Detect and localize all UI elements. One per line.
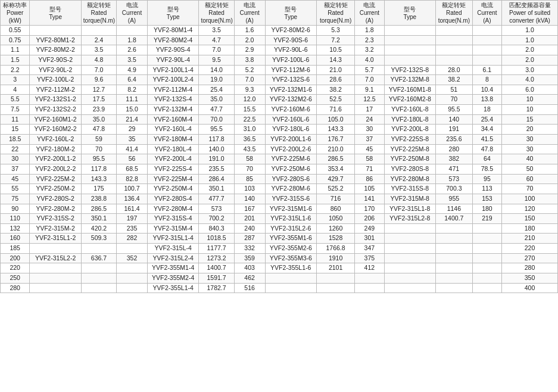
table-cell: 1050 bbox=[316, 214, 354, 224]
table-cell: 4.0 bbox=[502, 75, 558, 85]
table-cell: 286.5 bbox=[316, 154, 354, 164]
col-current4: 电流Current(A) bbox=[472, 1, 501, 26]
table-cell: YVF2-112M-2 bbox=[30, 85, 81, 95]
table-cell: YVF2-355M2-6 bbox=[265, 244, 316, 254]
table-cell: 36.5 bbox=[234, 135, 265, 145]
table-cell: 28.6 bbox=[316, 75, 354, 85]
table-cell bbox=[435, 283, 472, 293]
table-cell: YVF2-180M-4 bbox=[147, 135, 198, 145]
table-cell: YVF2-160L-6 bbox=[265, 114, 316, 125]
table-cell: 1260 bbox=[316, 223, 354, 234]
table-cell: 1528 bbox=[316, 234, 354, 244]
table-cell: YVF2-160M2-2 bbox=[30, 125, 81, 135]
table-cell: 10 bbox=[502, 105, 558, 115]
table-cell: 840.3 bbox=[199, 223, 234, 234]
table-cell: YVF2-355L1-6 bbox=[265, 263, 316, 273]
table-cell: YVF2-80M1-4 bbox=[147, 26, 198, 36]
table-row: 3YVF2-100L-29.66.4YVF2-100L2-419.07.0YVF… bbox=[1, 75, 558, 85]
table-cell bbox=[435, 273, 472, 284]
table-cell: 4.9 bbox=[117, 65, 148, 75]
table-cell: YVF2-80M1-2 bbox=[30, 35, 81, 45]
table-cell: 153 bbox=[472, 194, 501, 204]
table-cell: YVF2-280M-8 bbox=[384, 174, 435, 184]
table-cell: YVF2-132S1-2 bbox=[30, 95, 81, 105]
table-cell bbox=[117, 263, 148, 273]
table-cell bbox=[472, 283, 501, 293]
table-cell: 2.3 bbox=[355, 35, 384, 45]
table-cell: 280 bbox=[435, 144, 472, 154]
table-cell: YVF2-280S-8 bbox=[384, 164, 435, 174]
table-cell: 197 bbox=[117, 214, 148, 224]
table-cell bbox=[81, 263, 116, 273]
table-cell: 240 bbox=[234, 223, 265, 234]
table-cell: 30 bbox=[502, 135, 558, 145]
table-cell: 58 bbox=[234, 154, 265, 164]
table-row: 250YVF2-355M2-41591.7462350 bbox=[1, 273, 558, 284]
table-cell: 3.0 bbox=[502, 65, 558, 75]
table-cell bbox=[265, 273, 316, 284]
table-cell: YVF2-200L-4 bbox=[147, 154, 198, 164]
table-cell: 282 bbox=[117, 234, 148, 244]
table-cell: 47.8 bbox=[81, 125, 116, 135]
table-cell: 6.0 bbox=[502, 85, 558, 95]
table-cell bbox=[30, 26, 81, 36]
table-cell: 70 bbox=[81, 144, 116, 154]
table-cell: 143.3 bbox=[316, 125, 354, 135]
table-cell: YVF2-315L1-8 bbox=[384, 204, 435, 214]
table-cell: 90 bbox=[1, 204, 30, 214]
table-row: 280YVF2-355L1-41782.7516400 bbox=[1, 283, 558, 293]
table-cell: 332 bbox=[234, 244, 265, 254]
table-cell: YVF2-200L2-2 bbox=[30, 164, 81, 174]
table-row: 75YVF2-280S-2238.8136.4YVF2-280S-4477.71… bbox=[1, 194, 558, 204]
table-cell: 40 bbox=[502, 154, 558, 164]
table-cell: YVF2-355M3-6 bbox=[265, 253, 316, 263]
table-cell: 235 bbox=[117, 223, 148, 234]
table-cell: 0.75 bbox=[1, 35, 30, 45]
table-cell bbox=[472, 273, 501, 284]
table-cell: 18 bbox=[472, 105, 501, 115]
table-cell bbox=[435, 55, 472, 65]
table-cell bbox=[117, 26, 148, 36]
table-cell: 412 bbox=[355, 263, 384, 273]
table-cell bbox=[384, 244, 435, 254]
table-cell: 170 bbox=[355, 204, 384, 214]
table-cell: 21.4 bbox=[117, 114, 148, 125]
table-cell: YVF2-250M-2 bbox=[30, 184, 81, 194]
table-cell: YVF2-132S-8 bbox=[384, 65, 435, 75]
table-cell: 6.4 bbox=[117, 75, 148, 85]
table-cell bbox=[81, 283, 116, 293]
table-cell: 1400.7 bbox=[199, 263, 234, 273]
table-cell: 9.1 bbox=[355, 85, 384, 95]
table-cell: 45 bbox=[1, 174, 30, 184]
table-cell: 37 bbox=[1, 164, 30, 174]
table-cell: YVF2-315M1-6 bbox=[265, 204, 316, 214]
table-row: 1.1YVF2-80M2-23.52.6YVF2-90S-47.02.9YVF2… bbox=[1, 45, 558, 55]
table-cell: 50 bbox=[502, 164, 558, 174]
table-row: 110YVF2-315S-2350.1197YVF2-315S-4700.220… bbox=[1, 214, 558, 224]
table-cell: 9.3 bbox=[234, 85, 265, 95]
col-converter: 匹配变频器容量Power of suitedconverter (kVA) bbox=[502, 1, 558, 26]
table-cell: 352 bbox=[117, 253, 148, 263]
table-cell: 1018.5 bbox=[199, 234, 234, 244]
table-cell: 68.5 bbox=[117, 164, 148, 174]
table-cell: 700.3 bbox=[435, 184, 472, 194]
table-cell: 0.55 bbox=[1, 26, 30, 36]
table-cell: 140.0 bbox=[199, 144, 234, 154]
table-cell bbox=[472, 35, 501, 45]
table-cell bbox=[472, 45, 501, 55]
table-cell: 11 bbox=[1, 114, 30, 125]
table-cell: 19.0 bbox=[199, 75, 234, 85]
table-cell: 1.0 bbox=[502, 26, 558, 36]
table-cell: 2.6 bbox=[117, 45, 148, 55]
table-cell: 30 bbox=[502, 144, 558, 154]
table-cell: 71.6 bbox=[316, 105, 354, 115]
table-cell: 280 bbox=[1, 283, 30, 293]
table-cell: 143.3 bbox=[81, 174, 116, 184]
table-row: 200YVF2-315L2-2636.7352YVF2-315L2-41273.… bbox=[1, 253, 558, 263]
col-power: 标称功率Power(kW) bbox=[1, 1, 30, 26]
table-cell: 34.4 bbox=[472, 125, 501, 135]
table-cell: 201 bbox=[234, 214, 265, 224]
table-cell: 10.4 bbox=[472, 85, 501, 95]
table-cell: 5.2 bbox=[234, 65, 265, 75]
table-cell: YVF2-80M2-4 bbox=[147, 35, 198, 45]
